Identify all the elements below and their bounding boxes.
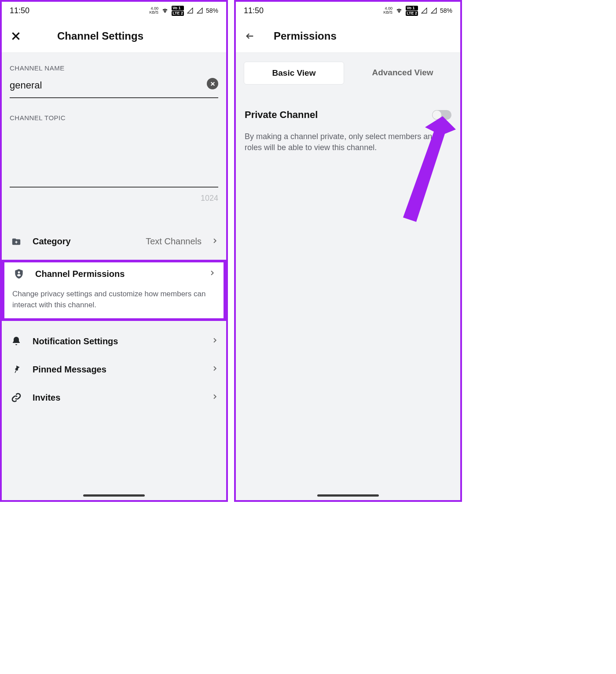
signal-icon-1 (421, 7, 428, 14)
category-row[interactable]: Category Text Channels (2, 228, 226, 255)
page-title: Channel Settings (57, 30, 143, 42)
svg-point-0 (18, 271, 20, 273)
phone-channel-settings: 11:50 4.00KB/S Vo 1LTE 2 58% Channel Set… (0, 0, 228, 502)
back-button[interactable] (244, 30, 256, 42)
channel-topic-label: CHANNEL TOPIC (2, 103, 226, 126)
advanced-view-tab[interactable]: Advanced View (353, 62, 452, 85)
battery-percent: 58% (206, 7, 218, 14)
header: Channel Settings (2, 19, 226, 53)
status-bar: 11:50 4.00KB/S Vo 1LTE 2 58% (2, 2, 226, 19)
permissions-label: Channel Permissions (35, 269, 199, 279)
channel-name-input[interactable] (10, 76, 218, 98)
channel-permissions-highlight: Channel Permissions Change privacy setti… (2, 260, 226, 321)
link-icon (10, 392, 23, 403)
status-time: 11:50 (244, 6, 264, 15)
signal-icon-2 (196, 7, 203, 14)
private-channel-label: Private Channel (245, 109, 318, 121)
chevron-right-icon (209, 269, 216, 278)
shield-person-icon (12, 268, 26, 280)
basic-view-tab[interactable]: Basic View (244, 62, 344, 85)
notifications-label: Notification Settings (33, 336, 202, 346)
page-title: Permissions (274, 30, 337, 42)
private-channel-row: Private Channel (236, 85, 460, 124)
close-icon (210, 81, 216, 87)
pinned-messages-row[interactable]: Pinned Messages (2, 355, 226, 383)
nav-pill (317, 494, 379, 497)
folder-plus-icon (10, 237, 23, 247)
channel-permissions-row[interactable]: Channel Permissions (4, 266, 224, 289)
clear-input-button[interactable] (207, 78, 218, 89)
wifi-icon (161, 7, 169, 14)
nav-pill (83, 494, 145, 497)
chevron-right-icon (211, 237, 218, 246)
category-label: Category (33, 236, 136, 247)
header: Permissions (236, 19, 460, 53)
status-indicators: 4.00KB/S Vo 1LTE 2 58% (150, 6, 218, 16)
channel-name-label: CHANNEL NAME (2, 53, 226, 76)
category-value: Text Channels (146, 236, 202, 247)
private-channel-description: By making a channel private, only select… (236, 124, 460, 153)
battery-percent: 58% (440, 7, 452, 14)
char-count: 1024 (2, 192, 226, 210)
close-button[interactable] (10, 30, 22, 42)
chevron-right-icon (211, 365, 218, 374)
view-mode-segmented: Basic View Advanced View (244, 62, 452, 85)
chevron-right-icon (211, 337, 218, 346)
private-channel-toggle[interactable] (432, 110, 451, 120)
invites-row[interactable]: Invites (2, 383, 226, 412)
permissions-description: Change privacy settings and customize ho… (4, 289, 224, 318)
pinned-label: Pinned Messages (33, 365, 202, 375)
channel-topic-input[interactable] (10, 126, 218, 188)
signal-icon-2 (430, 7, 437, 14)
status-bar: 11:50 4.00KB/S Vo 1LTE 2 58% (236, 2, 460, 19)
pin-icon (10, 364, 23, 375)
phone-permissions: 11:50 4.00KB/S Vo 1LTE 2 58% Permissions… (234, 0, 462, 502)
status-time: 11:50 (10, 6, 29, 15)
notification-settings-row[interactable]: Notification Settings (2, 327, 226, 355)
signal-icon-1 (187, 7, 194, 14)
bell-icon (10, 336, 23, 346)
invites-label: Invites (33, 393, 202, 403)
status-indicators: 4.00KB/S Vo 1LTE 2 58% (384, 6, 452, 16)
wifi-icon (395, 7, 403, 14)
chevron-right-icon (211, 393, 218, 402)
